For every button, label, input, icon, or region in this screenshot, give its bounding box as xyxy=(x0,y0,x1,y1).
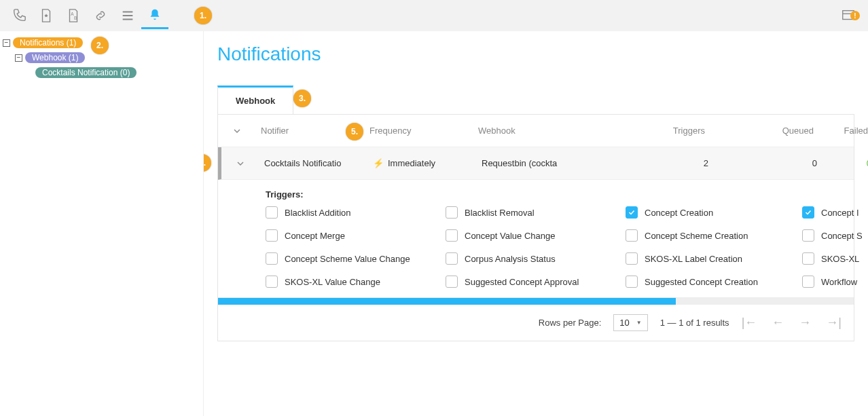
tree-label: Cocktails Notification (0) xyxy=(35,67,137,78)
checkbox[interactable] xyxy=(802,229,814,242)
tabs: Webhook 3. xyxy=(217,86,854,114)
toolbar-list-icon[interactable] xyxy=(114,2,141,29)
row-triggers: 2 xyxy=(598,158,714,168)
trigger-label: SKOS-XL xyxy=(821,254,859,264)
trigger-label: Workflow xyxy=(821,277,857,287)
trigger-label: Suggested Concept Approval xyxy=(465,277,579,287)
row-webhook: Requestbin (cockta xyxy=(476,158,598,168)
checkbox[interactable] xyxy=(266,206,278,219)
trigger-item[interactable]: Blacklist Addition xyxy=(266,206,446,219)
tree-node-cocktails[interactable]: Cocktails Notification (0) xyxy=(35,65,200,80)
page-title: Notifications xyxy=(217,43,854,65)
trigger-item[interactable]: Blacklist Removal xyxy=(446,206,626,219)
trigger-item[interactable]: Concept Scheme Creation xyxy=(626,229,802,242)
top-right-alert[interactable]: ! xyxy=(841,8,863,23)
table-header: Notifier Frequency Webhook Triggers Queu… xyxy=(218,115,854,147)
caret-down-icon: ▼ xyxy=(636,320,642,326)
sidebar-tree: − Notifications (1) 2. − Webhook (1) Coc… xyxy=(0,31,204,416)
checkbox[interactable] xyxy=(802,252,814,265)
page-last-icon[interactable]: →| xyxy=(826,316,842,330)
rows-per-page-label: Rows per Page: xyxy=(539,318,602,328)
checkbox[interactable] xyxy=(626,206,638,219)
toolbar-bell-icon[interactable] xyxy=(141,2,168,29)
trigger-item[interactable]: Concept S xyxy=(802,229,868,242)
trigger-label: Corpus Analysis Status xyxy=(465,254,556,264)
rows-per-page-select[interactable]: 10 ▼ xyxy=(613,314,647,331)
trigger-item[interactable]: Concept I xyxy=(802,206,868,219)
checkbox[interactable] xyxy=(266,229,278,242)
trigger-item[interactable]: Concept Merge xyxy=(266,229,446,242)
checkbox[interactable] xyxy=(626,229,638,242)
tab-webhook[interactable]: Webhook xyxy=(217,86,293,114)
checkbox[interactable] xyxy=(446,276,458,288)
trigger-item[interactable]: Suggested Concept Approval xyxy=(446,276,626,288)
trigger-label: Concept Scheme Creation xyxy=(645,231,748,241)
col-webhook: Webhook xyxy=(473,126,595,136)
trigger-item[interactable]: Concept Value Change xyxy=(446,229,626,242)
toolbar-doc-star-icon[interactable] xyxy=(33,2,60,29)
tree-label: Notifications (1) xyxy=(13,37,83,48)
trigger-label: SKOS-XL Value Change xyxy=(285,277,380,287)
trigger-label: Suggested Concept Creation xyxy=(645,277,758,287)
trigger-item[interactable]: Corpus Analysis Status xyxy=(446,252,626,265)
triggers-panel: Triggers: Blacklist AdditionBlacklist Re… xyxy=(218,180,854,298)
table-footer: Rows per Page: 10 ▼ 1 — 1 of 1 results |… xyxy=(218,305,854,341)
page-first-icon[interactable]: |← xyxy=(742,316,757,330)
row-failed: 0 xyxy=(822,158,868,168)
col-triggers: Triggers xyxy=(595,126,710,136)
rows-value: 10 xyxy=(619,318,629,328)
checkbox[interactable] xyxy=(626,276,638,288)
trigger-label: Blacklist Removal xyxy=(465,208,535,218)
row-queued: 0 xyxy=(714,158,822,168)
checkbox[interactable] xyxy=(626,252,638,265)
checkbox[interactable] xyxy=(802,276,814,288)
trigger-label: Concept I xyxy=(821,208,859,218)
results-text: 1 — 1 of 1 results xyxy=(660,318,729,328)
tree-node-webhook[interactable]: − Webhook (1) xyxy=(15,50,200,65)
toolbar-phone-icon[interactable] xyxy=(5,2,33,29)
trigger-item[interactable]: SKOS-XL Value Change xyxy=(266,276,446,288)
top-toolbar: AB 1. ! xyxy=(0,0,868,31)
trigger-label: Concept S xyxy=(821,231,863,241)
trigger-label: Blacklist Addition xyxy=(285,208,351,218)
triggers-title: Triggers: xyxy=(266,189,844,200)
notifications-table: Notifier Frequency Webhook Triggers Queu… xyxy=(217,114,854,341)
trigger-label: Concept Merge xyxy=(285,231,345,241)
trigger-label: Concept Scheme Value Change xyxy=(285,254,410,264)
callout-5: 5. xyxy=(346,123,363,140)
toolbar-doc-ab-icon[interactable]: AB xyxy=(60,2,87,29)
callout-4: 4. xyxy=(204,154,211,172)
trigger-label: Concept Value Change xyxy=(465,231,555,241)
scroll-thumb[interactable] xyxy=(218,298,676,305)
callout-2: 2. xyxy=(91,37,109,54)
trigger-item[interactable]: SKOS-XL Label Creation xyxy=(626,252,802,265)
row-notifier: Cocktails Notificatio xyxy=(259,158,367,168)
checkbox[interactable] xyxy=(446,206,458,219)
page-next-icon[interactable]: → xyxy=(799,316,811,330)
tree-toggle[interactable]: − xyxy=(3,39,10,47)
page-prev-icon[interactable]: ← xyxy=(772,316,784,330)
row-frequency: ⚡Immediately xyxy=(367,158,476,168)
checkbox[interactable] xyxy=(266,276,278,288)
trigger-item[interactable]: Concept Creation xyxy=(626,206,802,219)
trigger-label: Concept Creation xyxy=(645,208,713,218)
checkbox[interactable] xyxy=(446,252,458,265)
alert-badge: ! xyxy=(850,11,860,20)
trigger-item[interactable]: Suggested Concept Creation xyxy=(626,276,802,288)
trigger-item[interactable]: Concept Scheme Value Change xyxy=(266,252,446,265)
row-expand[interactable] xyxy=(221,158,259,169)
trigger-label: SKOS-XL Label Creation xyxy=(645,254,742,264)
checkbox[interactable] xyxy=(266,252,278,265)
checkbox[interactable] xyxy=(446,229,458,242)
toolbar-link-icon[interactable] xyxy=(87,2,114,29)
trigger-item[interactable]: SKOS-XL xyxy=(802,252,868,265)
checkbox[interactable] xyxy=(802,206,814,219)
tree-toggle[interactable]: − xyxy=(15,54,22,62)
svg-text:B: B xyxy=(74,16,77,20)
trigger-item[interactable]: Workflow xyxy=(802,276,868,288)
horizontal-scrollbar[interactable] xyxy=(218,298,854,305)
header-expand[interactable] xyxy=(218,126,255,136)
table-row[interactable]: Cocktails Notificatio ⚡Immediately Reque… xyxy=(218,147,854,180)
col-frequency: Frequency xyxy=(364,126,473,136)
callout-3: 3. xyxy=(293,90,311,107)
